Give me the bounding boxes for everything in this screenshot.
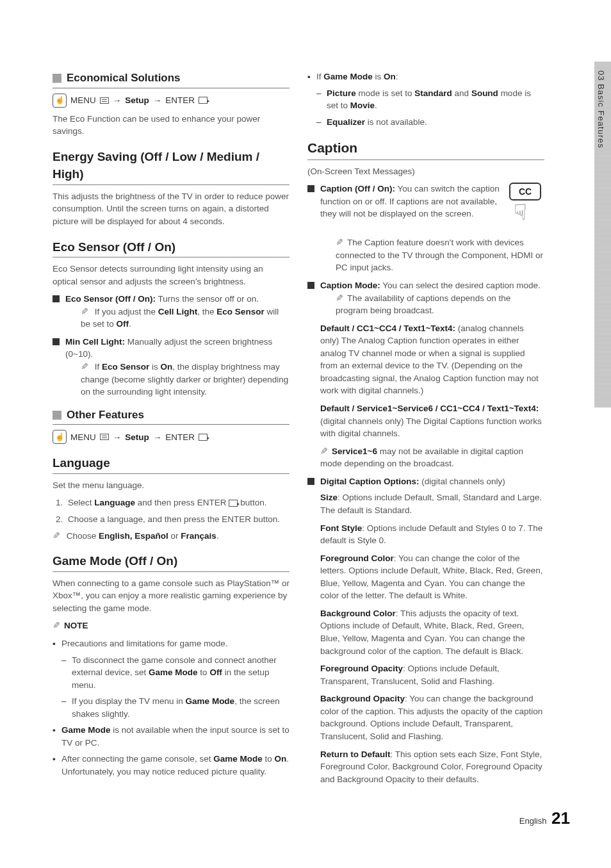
item-rest: You can select the desired caption mode. — [380, 281, 541, 290]
t: Foreground Opacity — [320, 664, 403, 673]
eco-sensor-heading: Eco Sensor (Off / On) — [53, 238, 289, 258]
t: After connecting the game console, set — [61, 754, 213, 764]
item-lead: Min Cell Light: — [65, 337, 125, 347]
t: Return to Default — [320, 749, 391, 759]
list-item: Digital Caption Options: (digital channe… — [307, 475, 544, 785]
t: Equalizer — [327, 117, 365, 127]
hand-icon: ☝ — [53, 430, 67, 444]
section-marker-icon — [53, 411, 61, 420]
t: NOTE — [64, 621, 88, 630]
para: Background Color: This adjusts the opaci… — [320, 607, 544, 657]
t: to — [263, 754, 275, 764]
caption-sub: (On-Screen Text Messages) — [307, 165, 544, 178]
list-item: Precautions and limitations for game mod… — [53, 637, 289, 720]
t: Standard — [414, 88, 452, 98]
caption-list: CC ☟ Caption (Off / On): You can switch … — [307, 183, 544, 785]
arrow-icon: → — [153, 431, 162, 444]
cc-button-graphic: CC ☟ — [506, 183, 544, 233]
pointing-hand-icon: ☟ — [514, 197, 527, 228]
t: (digital channels only) The Digital Capt… — [320, 416, 542, 439]
list-item: Equalizer is not available. — [316, 116, 544, 129]
sublist: To disconnect the game console and conne… — [61, 654, 289, 721]
para: Default / CC1~CC4 / Text1~Text4: (analog… — [320, 322, 544, 397]
note-label: NOTE — [53, 619, 289, 632]
t: is — [149, 362, 160, 372]
t: Game Mode — [323, 72, 373, 81]
t: Game Mode — [213, 754, 263, 764]
section-title: Other Features — [67, 407, 144, 423]
game-on-list: If Game Mode is On: Picture mode is set … — [307, 70, 544, 128]
enter-label: ENTER — [165, 431, 195, 444]
t: Service1~6 — [332, 446, 377, 456]
note: If you adjust the Cell Light, the Eco Se… — [65, 306, 289, 331]
t: Cell Light — [158, 307, 198, 316]
list-item: If you display the TV menu in Game Mode,… — [61, 695, 289, 720]
t: mode is set to — [356, 88, 415, 98]
item-lead: Caption (Off / On): — [320, 184, 395, 193]
page-footer: English 21 — [519, 807, 570, 831]
t: Sound — [471, 88, 498, 98]
t: . — [216, 531, 219, 541]
t: Select — [68, 498, 94, 507]
eco-list: Eco Sensor (Off / On): Turns the sensor … — [53, 293, 289, 398]
eco-intro: The Eco Function can be used to enhance … — [53, 113, 289, 138]
t: Background Opacity — [320, 694, 405, 703]
setup-label: Setup — [125, 94, 149, 107]
list-item: Choose a language, and then press the EN… — [65, 513, 289, 526]
t: On — [384, 72, 396, 81]
t: (analog channels only) The Analog Captio… — [320, 323, 539, 396]
list-item: Select Language and then press ENTER but… — [65, 496, 289, 509]
footer-lang: English — [519, 816, 547, 826]
list-item: Game Mode is not available when the inpu… — [53, 724, 289, 749]
t: is — [373, 72, 384, 81]
energy-saving-heading: Energy Saving (Off / Low / Medium / High… — [53, 148, 289, 185]
t: Off — [117, 319, 129, 329]
menu-path: ☝ MENU → Setup → ENTER — [53, 94, 289, 108]
note: If Eco Sensor is On, the display brightn… — [65, 361, 289, 398]
t: Precautions and limitations for game mod… — [61, 639, 228, 648]
page-content: Economical Solutions ☝ MENU → Setup → EN… — [0, 0, 611, 816]
setup-label: Setup — [125, 431, 149, 444]
menu-path: ☝ MENU → Setup → ENTER — [53, 430, 289, 444]
list-item: Min Cell Light: Manually adjust the scre… — [53, 336, 289, 398]
t: Font Style — [320, 523, 362, 533]
game-notes: Precautions and limitations for game mod… — [53, 637, 289, 778]
t: If — [316, 72, 323, 81]
t: . — [375, 101, 377, 110]
hand-icon: ☝ — [53, 94, 67, 108]
t: Default / CC1~CC4 / Text1~Text4: — [320, 323, 455, 333]
item-rest: (digital channels only) — [420, 477, 505, 486]
para: Return to Default: This option sets each… — [320, 748, 544, 786]
t: Background Color — [320, 609, 396, 618]
item-lead: Eco Sensor (Off / On): — [65, 294, 156, 304]
sublist: Picture mode is set to Standard and Soun… — [316, 87, 544, 129]
t: On — [274, 754, 286, 764]
lang-intro: Set the menu language. — [53, 479, 289, 492]
arrow-icon: → — [113, 94, 122, 107]
item-lead: Digital Caption Options: — [320, 477, 420, 486]
note: Service1~6 may not be available in digit… — [320, 445, 544, 470]
para: Size: Options include Default, Small, St… — [320, 491, 544, 516]
t: English, Español — [99, 531, 168, 541]
t: If you adjust the — [95, 307, 158, 316]
enter-icon — [229, 500, 238, 507]
right-column: If Game Mode is On: Picture mode is set … — [307, 70, 544, 790]
language-heading: Language — [53, 454, 289, 474]
note: The Caption feature doesn't work with de… — [320, 236, 544, 274]
t: On — [161, 362, 173, 372]
section-other-features: Other Features — [53, 407, 289, 425]
t: If you display the TV menu in — [72, 696, 186, 706]
game-mode-heading: Game Mode (Off / On) — [53, 552, 289, 572]
t: to — [198, 667, 210, 677]
menu-icon — [100, 97, 109, 104]
t: Game Mode — [186, 696, 235, 706]
energy-body: This adjusts the brightness of the TV in… — [53, 190, 289, 228]
para: Font Style: Options include Default and … — [320, 522, 544, 547]
t: Choose — [67, 531, 99, 541]
list-item: After connecting the game console, set G… — [53, 753, 289, 778]
enter-icon — [199, 434, 208, 441]
t: is not available. — [365, 117, 427, 127]
t: : — [396, 72, 398, 81]
para: Default / Service1~Service6 / CC1~CC4 / … — [320, 402, 544, 440]
list-item: To disconnect the game console and conne… — [61, 654, 289, 692]
